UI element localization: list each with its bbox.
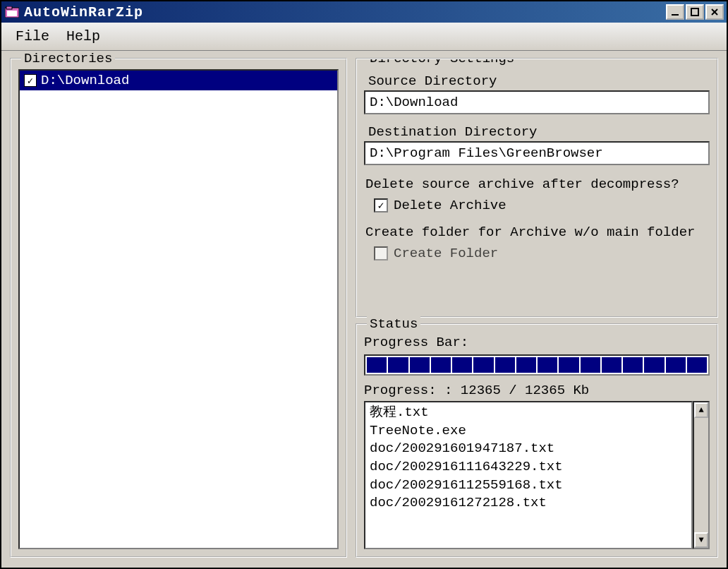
settings-title: Directory Settings <box>367 58 517 66</box>
left-panel: Directories D:\Download <box>10 58 347 558</box>
progress-chunk <box>495 357 515 373</box>
progress-chunk <box>602 357 621 373</box>
menu-file[interactable]: File <box>16 28 49 44</box>
progress-chunk <box>623 357 643 373</box>
progress-chunk <box>559 357 578 373</box>
source-dir-label: Source Directory <box>364 73 710 89</box>
progress-chunk <box>666 357 686 373</box>
progress-chunk <box>452 357 472 373</box>
progress-chunk <box>388 357 408 373</box>
progress-chunk <box>367 357 387 373</box>
settings-group: Directory Settings Source Directory Dest… <box>356 58 718 318</box>
svg-rect-2 <box>7 11 17 16</box>
close-button[interactable] <box>705 4 724 20</box>
scroll-up-button[interactable]: ▲ <box>694 402 708 418</box>
directories-group: Directories D:\Download <box>10 58 347 558</box>
maximize-button[interactable] <box>686 4 704 20</box>
delete-archive-label[interactable]: Delete Archive <box>394 198 506 213</box>
create-folder-label[interactable]: Create Folder <box>394 246 498 261</box>
log-wrap: 教程.txtTreeNote.exedoc/200291601947187.tx… <box>364 401 710 549</box>
dest-dir-label: Destination Directory <box>364 124 710 140</box>
titlebar[interactable]: AutoWinRarZip <box>1 1 727 23</box>
menu-help[interactable]: Help <box>66 28 100 44</box>
log-line: doc/20029161272128.txt <box>370 494 687 513</box>
progress-chunk <box>687 357 707 373</box>
delete-question-label: Delete source archive after decompress? <box>364 176 710 192</box>
progress-chunk <box>410 357 430 373</box>
directories-title: Directories <box>21 51 115 66</box>
log-line: 教程.txt <box>370 404 687 422</box>
right-panel: Directory Settings Source Directory Dest… <box>356 58 718 558</box>
log-line: doc/2002916112559168.txt <box>370 477 687 495</box>
create-folder-row: Create Folder <box>364 246 710 261</box>
svg-rect-4 <box>691 8 698 16</box>
delete-archive-row: Delete Archive <box>364 198 710 213</box>
directories-list[interactable]: D:\Download <box>18 69 339 549</box>
scroll-down-button[interactable]: ▼ <box>694 532 708 548</box>
delete-archive-checkbox[interactable] <box>374 198 388 212</box>
log-line: TreeNote.exe <box>370 422 687 441</box>
log-line: doc/200291601947187.txt <box>370 440 687 458</box>
app-window: AutoWinRarZip File Help Directories <box>0 0 728 569</box>
minimize-button[interactable] <box>666 4 684 20</box>
menubar: File Help <box>1 23 727 51</box>
progress-chunk <box>644 357 664 373</box>
svg-rect-3 <box>672 14 679 16</box>
window-controls <box>666 4 724 20</box>
app-icon <box>4 6 20 18</box>
window-title: AutoWinRarZip <box>24 4 666 20</box>
log-scrollbar[interactable]: ▲ ▼ <box>693 401 710 549</box>
content-area: Directories D:\Download Directory Settin… <box>1 51 727 568</box>
progress-bar <box>364 354 710 376</box>
progress-bar-label: Progress Bar: <box>364 335 710 350</box>
progress-chunk <box>473 357 493 373</box>
status-title: Status <box>367 316 420 332</box>
directory-item[interactable]: D:\Download <box>20 71 337 90</box>
svg-rect-1 <box>6 6 12 9</box>
progress-chunk <box>538 357 557 373</box>
directory-checkbox[interactable] <box>24 74 37 87</box>
directory-path: D:\Download <box>41 73 129 88</box>
progress-chunk <box>516 357 536 373</box>
progress-text: Progress: : 12365 / 12365 Kb <box>364 383 710 398</box>
create-folder-question-label: Create folder for Archive w/o main folde… <box>364 224 710 240</box>
status-group: Status Progress Bar: Progress: : 12365 /… <box>356 323 718 558</box>
create-folder-checkbox[interactable] <box>374 246 388 260</box>
source-dir-input[interactable] <box>364 90 710 114</box>
status-log[interactable]: 教程.txtTreeNote.exedoc/200291601947187.tx… <box>364 401 693 549</box>
dest-dir-input[interactable] <box>364 141 710 165</box>
progress-chunk <box>431 357 451 373</box>
log-line: doc/2002916111643229.txt <box>370 458 687 477</box>
progress-chunk <box>581 357 600 373</box>
